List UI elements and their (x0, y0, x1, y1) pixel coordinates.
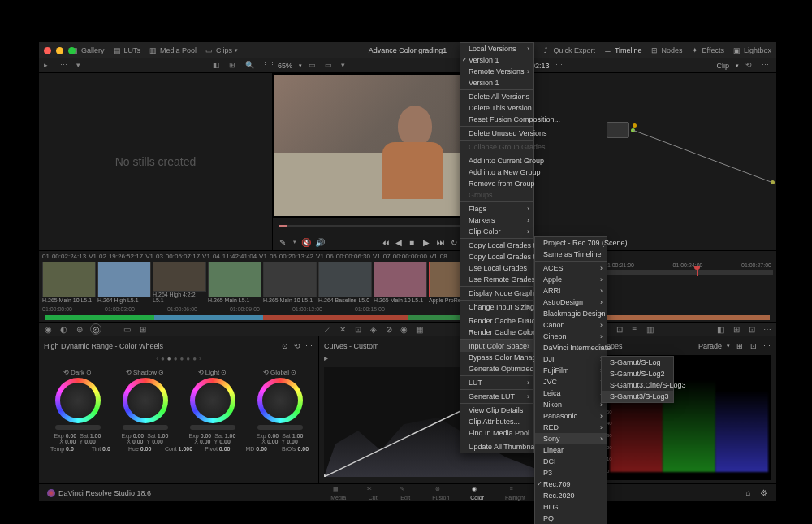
stop-icon[interactable]: ■ (409, 238, 418, 247)
menu-item[interactable]: Add into Current Group (460, 155, 533, 167)
menu-item[interactable]: FujiFilm (535, 365, 607, 376)
gear-icon[interactable]: ⚙ (759, 488, 768, 497)
menu-item[interactable]: Render Cache Color Output (460, 327, 533, 338)
tool-icon[interactable]: ◧ (213, 61, 222, 71)
clips-toggle[interactable]: ▭Clips▾ (205, 46, 238, 55)
menu-item[interactable]: PQ (535, 513, 607, 524)
tool-icon[interactable]: ▾ (341, 61, 351, 71)
tool-icon[interactable]: ▦ (415, 325, 424, 334)
menu-item[interactable]: Display Node Graph (460, 288, 533, 299)
first-frame-icon[interactable]: ⏮ (382, 238, 391, 247)
tool-icon[interactable]: ⊕ (75, 325, 84, 334)
timeline-track[interactable] (39, 314, 776, 322)
tool-icon[interactable]: ⊞ (735, 341, 744, 350)
menu-item[interactable]: HLG (535, 501, 607, 513)
tool-icon[interactable]: ⟲ (745, 61, 755, 71)
luts-toggle[interactable]: ▤LUTs (113, 46, 141, 55)
marker-icon[interactable]: ✎ (279, 238, 288, 247)
menu-item[interactable]: Find In Media Pool (460, 427, 533, 439)
tool-icon[interactable]: ⋯ (762, 325, 771, 334)
context-menu[interactable]: Local VersionsVersion 1Remote VersionsVe… (460, 42, 534, 453)
menu-item[interactable]: Reset Fusion Composition... (460, 114, 533, 125)
page-edit[interactable]: ✎Edit (400, 486, 411, 500)
menu-item[interactable]: Remote Versions (460, 66, 533, 77)
tool-icon[interactable]: ◐ (59, 325, 68, 334)
menu-item[interactable]: Delete Unused Versions (460, 128, 533, 139)
menu-item[interactable]: Blackmagic Design (535, 308, 607, 319)
media-pool-toggle[interactable]: ▥Media Pool (149, 46, 197, 55)
menu-item[interactable]: Delete This Version (460, 102, 533, 114)
zoom-level[interactable]: 65% (278, 62, 292, 70)
menu-item[interactable]: DaVinci Intermediate (535, 342, 607, 353)
tool-icon[interactable]: ⊞ (138, 325, 147, 334)
menu-item[interactable]: Input Color Space (460, 340, 533, 352)
menu-item[interactable]: Generate LUT (460, 391, 533, 402)
clip-thumbnail[interactable]: H.265 Main 10 L5.1 (42, 262, 96, 303)
tool-icon[interactable]: ⋮⋮ (261, 61, 271, 71)
curve-play-icon[interactable]: ▸ (324, 353, 328, 362)
menu-item[interactable]: Use Remote Grades (460, 274, 533, 285)
tool-icon[interactable]: ⋯ (555, 61, 565, 71)
color-wheel-shadow[interactable]: ⟲Shadow⊙ (123, 369, 168, 430)
page-media[interactable]: ▦Media (330, 486, 346, 500)
tool-icon[interactable]: ▾ (76, 61, 86, 71)
clip-thumbnail[interactable]: H.265 Main 10 L5.1 (374, 262, 427, 303)
tool-icon[interactable]: ⊞ (229, 61, 239, 71)
tool-icon[interactable]: ▭ (325, 61, 335, 71)
clip-thumbnail[interactable]: H.265 Main 10 L5.1 (263, 262, 317, 303)
menu-item[interactable]: Apple (535, 274, 607, 285)
tool-icon[interactable]: ⊡ (749, 341, 758, 350)
tool-icon[interactable]: ▸ (44, 61, 54, 71)
lightbox-toggle[interactable]: ▣Lightbox (732, 46, 771, 55)
tool-icon[interactable]: ⊘ (384, 325, 393, 334)
tool-icon[interactable]: ⋯ (60, 61, 70, 71)
menu-item[interactable]: Flags (460, 203, 533, 214)
menu-item[interactable]: Render Cache Fusion Output (460, 315, 533, 327)
clip-thumbnail[interactable]: H.264 High 4:2:2 L5.1 (153, 262, 206, 303)
clip-thumbnail[interactable]: H.264 Baseline L5.0 (318, 262, 372, 303)
color-wheel-global[interactable]: ⟲Global⊙ (257, 369, 303, 430)
menu-item[interactable]: Copy Local Grades to Local (460, 240, 533, 251)
scope-mode[interactable]: Parade (698, 342, 722, 350)
tool-icon[interactable]: ▭ (309, 61, 318, 71)
menu-item[interactable]: Delete All Versions (460, 91, 533, 102)
menu-item[interactable]: Copy Local Grades to Remote (460, 251, 533, 262)
page-fusion[interactable]: ⊛Fusion (432, 486, 449, 500)
menu-item[interactable]: Change Input Sizing Preset (460, 301, 533, 313)
clip-thumbnail[interactable]: H.265 Main L5.1 (208, 262, 261, 303)
tool-icon[interactable]: ◈ (369, 325, 378, 334)
menu-item[interactable]: DJI (535, 353, 607, 365)
nodes-toggle[interactable]: ⊞Nodes (650, 46, 683, 55)
menu-item[interactable]: RED (535, 422, 607, 433)
page-fairlight[interactable]: ≡Fairlight (505, 486, 525, 500)
home-icon[interactable]: ⌂ (744, 488, 753, 497)
menu-item[interactable]: Rec.709 (535, 479, 607, 490)
window-minimize[interactable] (56, 47, 63, 54)
page-cut[interactable]: ✂Cut (367, 486, 378, 500)
volume-icon[interactable]: 🔊 (315, 238, 324, 247)
menu-item[interactable]: Remove from Group (460, 178, 533, 189)
context-submenu-sony[interactable]: S-Gamut/S-LogS-Gamut/S-Log2S-Gamut3.Cine… (601, 356, 674, 403)
menu-item[interactable]: Use Local Grades (460, 262, 533, 274)
menu-item[interactable]: Nikon (535, 399, 607, 410)
effects-toggle[interactable]: ✦Effects (691, 46, 724, 55)
menu-item[interactable]: LUT (460, 377, 533, 388)
menu-item[interactable]: Panasonic (535, 410, 607, 422)
menu-item[interactable]: Clip Color (460, 226, 533, 237)
menu-item[interactable]: DCI (535, 456, 607, 467)
tool-icon[interactable]: ⋯ (762, 61, 771, 71)
window-maximize[interactable] (68, 47, 76, 54)
menu-item[interactable]: S-Gamut3/S-Log3 (602, 391, 673, 402)
menu-item[interactable]: Version 1 (460, 77, 533, 89)
menu-item[interactable]: Update All Thumbnails (460, 441, 533, 453)
tool-icon[interactable]: ≡ (630, 325, 639, 334)
menu-item[interactable]: S-Gamut/S-Log (602, 357, 673, 368)
menu-item[interactable]: Same as Timeline (535, 249, 607, 260)
menu-item[interactable]: ARRI (535, 285, 607, 297)
tool-icon[interactable]: ✕ (338, 325, 347, 334)
tool-icon[interactable]: ⟲ (292, 341, 301, 350)
menu-item[interactable]: Sony (535, 433, 607, 444)
quick-export-button[interactable]: ⤴Quick Export (542, 46, 595, 55)
wheel-zone-selector[interactable]: ‹●●●●●●› (44, 352, 313, 366)
menu-item[interactable]: Cineon (535, 331, 607, 342)
